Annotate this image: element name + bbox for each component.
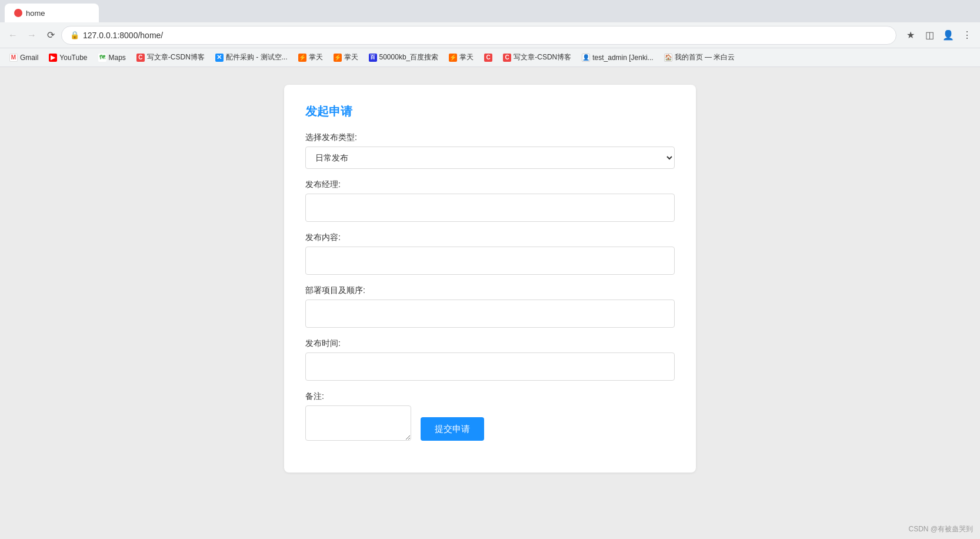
type-select[interactable]: 日常发布 紧急发布 回滚发布 [305,147,675,169]
form-group-note: 备注: 提交申请 [305,391,675,441]
content-input[interactable] [305,247,675,275]
bookmark-youtube[interactable]: ▶ YouTube [44,52,92,64]
bookmark-lianji1-label: 掌天 [309,52,323,62]
bookmark-gmail-label: Gmail [20,54,38,62]
csdn1-icon: C [136,54,145,62]
manager-input[interactable] [305,194,675,222]
form-group-content: 发布内容: [305,232,675,275]
back-button[interactable]: ← [5,27,21,44]
form-group-time: 发布时间: [305,338,675,381]
note-textarea[interactable] [305,405,411,441]
bookmark-csdn3-label: 写文章-CSDN博客 [514,52,571,62]
lianji2-icon: ⚡ [334,54,342,62]
extensions-button[interactable]: ◫ [921,27,938,44]
maps-icon: 🗺 [98,54,106,62]
csdn3-icon: C [503,54,511,62]
content-label: 发布内容: [305,232,675,243]
bookmark-csdn2-icon[interactable]: C [479,52,497,64]
jian-icon: ✕ [215,54,224,62]
reload-button[interactable]: ⟳ [42,27,59,44]
bookmark-lianji1[interactable]: ⚡ 掌天 [294,51,328,64]
form-group-type: 选择发布类型: 日常发布 紧急发布 回滚发布 [305,132,675,169]
bookmark-baidu[interactable]: 百 50000kb_百度搜索 [364,51,444,64]
time-label: 发布时间: [305,338,675,349]
bookmark-baidu-label: 50000kb_百度搜索 [379,52,439,62]
active-tab[interactable]: home [5,4,99,22]
deploy-label: 部署项目及顺序: [305,285,675,296]
bookmark-youtube-label: YouTube [59,54,87,62]
gmail-icon: M [9,54,18,62]
lianji3-icon: ⚡ [449,54,457,62]
csdn2-icon: C [484,54,492,62]
bookmark-gmail[interactable]: M Gmail [5,52,43,64]
type-label: 选择发布类型: [305,132,675,143]
profile-button[interactable]: 👤 [940,27,956,44]
baidu-icon: 百 [369,54,377,62]
bookmark-jenkins-label: test_admin [Jenki... [592,54,653,62]
bookmark-jian[interactable]: ✕ 配件采购 - 测试空... [211,51,292,64]
lianji1-icon: ⚡ [298,54,306,62]
bookmarks-bar: M Gmail ▶ YouTube 🗺 Maps C 写文章-CSDN博客 ✕ … [0,48,980,67]
bookmark-mibai-label: 我的首页 — 米白云 [675,52,735,62]
security-icon: 🔒 [70,31,79,39]
url-display: 127.0.0.1:8000/home/ [83,31,163,40]
submit-button[interactable]: 提交申请 [421,417,484,441]
address-bar[interactable]: 🔒 127.0.0.1:8000/home/ [61,26,896,45]
youtube-icon: ▶ [49,54,57,62]
bookmark-lianji3-label: 掌天 [459,52,474,62]
deploy-input[interactable] [305,300,675,328]
form-group-deploy: 部署项目及顺序: [305,285,675,328]
bookmark-lianji3[interactable]: ⚡ 掌天 [444,51,478,64]
note-label: 备注: [305,391,675,402]
form-group-manager: 发布经理: [305,179,675,222]
tab-title: home [26,9,45,18]
bookmark-lianji2-label: 掌天 [344,52,358,62]
bottom-row: 提交申请 [305,405,675,441]
form-card: 发起申请 选择发布类型: 日常发布 紧急发布 回滚发布 发布经理: 发布内容: [284,85,696,473]
bookmark-star-button[interactable]: ★ [902,27,919,44]
bookmark-csdn1-label: 写文章-CSDN博客 [147,52,205,62]
tab-favicon [14,9,22,17]
nav-bar: ← → ⟳ 🔒 127.0.0.1:8000/home/ ★ ◫ 👤 ⋮ [0,22,980,48]
time-input[interactable] [305,352,675,381]
nav-right-buttons: ★ ◫ 👤 ⋮ [902,27,975,44]
menu-button[interactable]: ⋮ [959,27,975,44]
tab-bar: home [0,0,980,22]
page-content: 发起申请 选择发布类型: 日常发布 紧急发布 回滚发布 发布经理: 发布内容: [0,67,980,539]
bookmark-jenkins[interactable]: 👤 test_admin [Jenki... [577,52,658,64]
bookmark-csdn1[interactable]: C 写文章-CSDN博客 [132,51,209,64]
bookmark-lianji2[interactable]: ⚡ 掌天 [329,51,363,64]
bookmark-maps[interactable]: 🗺 Maps [94,52,131,64]
bookmark-csdn3[interactable]: C 写文章-CSDN博客 [498,51,576,64]
watermark: CSDN @有被蛊哭到 [908,524,973,534]
bookmark-mibai[interactable]: 🏠 我的首页 — 米白云 [659,51,740,64]
bookmark-maps-label: Maps [109,54,126,62]
jenkins-icon: 👤 [582,54,590,62]
mibai-icon: 🏠 [664,54,672,62]
browser-window: home ← → ⟳ 🔒 127.0.0.1:8000/home/ ★ ◫ 👤 … [0,0,980,539]
manager-label: 发布经理: [305,179,675,190]
form-title: 发起申请 [305,104,675,119]
bookmark-jian-label: 配件采购 - 测试空... [226,52,288,62]
forward-button[interactable]: → [24,27,40,44]
